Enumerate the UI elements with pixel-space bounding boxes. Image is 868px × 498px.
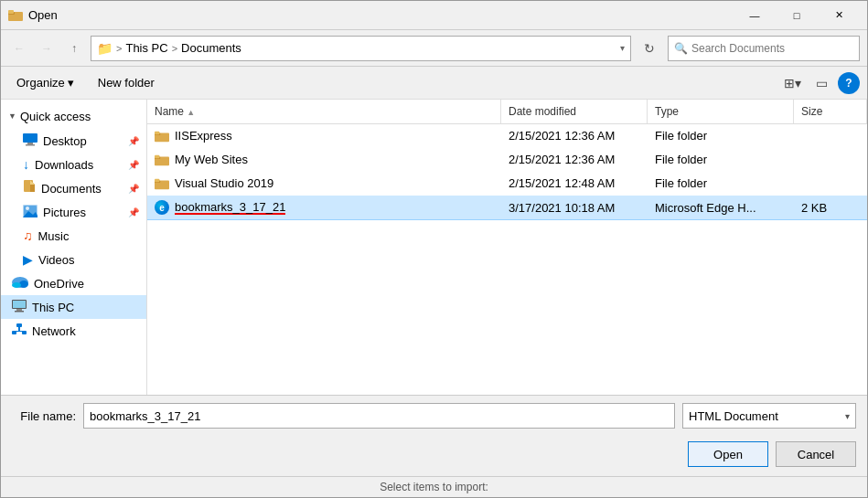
file-type: Microsoft Edge H... (648, 196, 794, 219)
file-size (794, 179, 867, 188)
file-row[interactable]: My Web Sites 2/15/2021 12:36 AM File fol… (147, 148, 867, 172)
pane-button[interactable]: ▭ (809, 70, 834, 96)
collapse-arrow: ▼ (8, 111, 16, 121)
file-row[interactable]: Visual Studio 2019 2/15/2021 12:48 AM Fi… (147, 172, 867, 196)
col-header-size[interactable]: Size (794, 100, 867, 123)
videos-label: Videos (38, 253, 75, 267)
videos-icon: ▶ (23, 252, 33, 267)
file-name: Visual Studio 2019 (175, 176, 273, 190)
file-date: 2/15/2021 12:36 AM (501, 124, 648, 147)
bottom-area: File name: HTML Document ▾ Open Cancel S… (1, 395, 867, 497)
svg-rect-2 (8, 10, 14, 14)
file-name-cell: e bookmarks_3_17_21 (147, 196, 501, 219)
sidebar-item-downloads[interactable]: ↓ Downloads 📌 (1, 153, 146, 176)
svg-point-11 (26, 207, 29, 210)
forward-button[interactable]: → (36, 37, 58, 59)
action-row: Open Cancel (1, 436, 867, 476)
cancel-button[interactable]: Cancel (776, 441, 856, 467)
address-bar: ← → ↑ 📁 > This PC > Documents ▾ ↻ 🔍 (1, 30, 867, 67)
toolbar-right: ⊞ ▾ ▭ ? (779, 70, 860, 96)
file-name-input[interactable] (83, 403, 675, 429)
quick-access-section[interactable]: ▼ Quick access (1, 103, 146, 129)
close-button[interactable]: ✕ (818, 1, 860, 30)
help-button[interactable]: ? (838, 72, 860, 94)
title-bar: Open — □ ✕ (1, 1, 867, 30)
folder-path: Documents (181, 41, 241, 55)
file-name: IISExpress (175, 129, 232, 143)
maximize-button[interactable]: □ (776, 1, 818, 30)
sidebar-item-documents[interactable]: Documents 📌 (1, 176, 146, 200)
file-size (794, 155, 867, 164)
file-name-cell: IISExpress (147, 124, 501, 147)
sort-arrow: ▲ (187, 108, 195, 117)
file-type-dropdown[interactable]: HTML Document ▾ (682, 403, 856, 429)
sidebar-item-this-pc[interactable]: This PC (1, 295, 146, 319)
svg-rect-24 (14, 331, 25, 332)
up-button[interactable]: ↑ (63, 37, 85, 59)
file-size (794, 132, 867, 141)
col-header-date[interactable]: Date modified (501, 100, 648, 123)
desktop-label: Desktop (43, 134, 87, 148)
toolbar: Organize ▾ New folder ⊞ ▾ ▭ ? (1, 67, 867, 100)
pane-icon: ▭ (816, 76, 828, 90)
file-row[interactable]: IISExpress 2/15/2021 12:36 AM File folde… (147, 124, 867, 148)
file-type: File folder (648, 172, 794, 195)
folder-icon (155, 177, 169, 190)
network-icon (12, 323, 27, 339)
sidebar-item-onedrive[interactable]: OneDrive (1, 271, 146, 295)
organize-arrow: ▾ (68, 76, 74, 90)
file-date: 2/15/2021 12:36 AM (501, 148, 648, 171)
svg-point-15 (12, 282, 21, 288)
col-header-type[interactable]: Type (648, 100, 794, 123)
file-type: File folder (648, 148, 794, 171)
file-name: My Web Sites (175, 153, 248, 166)
edge-icon: e (155, 200, 169, 215)
file-type: File folder (648, 124, 794, 147)
path-dropdown-arrow[interactable]: ▾ (620, 43, 625, 53)
svg-rect-5 (26, 144, 35, 146)
new-folder-button[interactable]: New folder (90, 72, 163, 93)
svg-rect-19 (15, 311, 24, 313)
documents-label: Documents (41, 182, 102, 196)
downloads-label: Downloads (35, 158, 93, 172)
desktop-icon (23, 133, 38, 149)
sidebar-item-pictures[interactable]: Pictures 📌 (1, 200, 146, 224)
organize-label: Organize (16, 76, 65, 90)
path-separator-2: > (172, 43, 177, 54)
file-type-text: HTML Document (689, 409, 841, 423)
open-button[interactable]: Open (688, 441, 768, 467)
back-button[interactable]: ← (8, 37, 30, 59)
search-input[interactable] (691, 42, 853, 55)
folder-icon (155, 130, 169, 143)
music-icon: ♫ (23, 228, 33, 243)
network-label: Network (32, 324, 76, 338)
sidebar: ▼ Quick access Desktop 📌 ↓ Downloads (1, 100, 147, 395)
col-header-name[interactable]: Name ▲ (147, 100, 501, 123)
folder-icon: 📁 (97, 41, 113, 56)
file-name: bookmarks_3_17_21 (175, 200, 285, 215)
column-headers: Name ▲ Date modified Type Size (147, 100, 867, 124)
onedrive-icon (12, 276, 28, 291)
view-button[interactable]: ⊞ ▾ (779, 70, 805, 96)
svg-rect-3 (23, 133, 38, 143)
sidebar-item-videos[interactable]: ▶ Videos (1, 248, 146, 271)
file-row-selected[interactable]: e bookmarks_3_17_21 3/17/2021 10:18 AM M… (147, 196, 867, 220)
refresh-button[interactable]: ↻ (637, 36, 662, 61)
address-path[interactable]: 📁 > This PC > Documents ▾ (91, 36, 631, 61)
this-pc-label: This PC (32, 301, 74, 314)
sidebar-item-desktop[interactable]: Desktop 📌 (1, 129, 146, 153)
status-bar: Select items to import: (1, 476, 867, 497)
file-list-area: Name ▲ Date modified Type Size IISExpres… (147, 100, 867, 395)
title-bar-controls: — □ ✕ (734, 1, 860, 30)
svg-rect-4 (27, 143, 33, 144)
minimize-button[interactable]: — (734, 1, 776, 30)
file-type-dropdown-arrow: ▾ (845, 411, 850, 421)
svg-rect-33 (155, 178, 159, 182)
sidebar-item-music[interactable]: ♫ Music (1, 224, 146, 248)
organize-button[interactable]: Organize ▾ (8, 72, 82, 93)
desktop-pin: 📌 (128, 136, 139, 146)
svg-rect-30 (155, 154, 159, 158)
sidebar-item-network[interactable]: Network (1, 319, 146, 343)
pictures-label: Pictures (43, 206, 86, 219)
dialog-title: Open (28, 8, 58, 22)
